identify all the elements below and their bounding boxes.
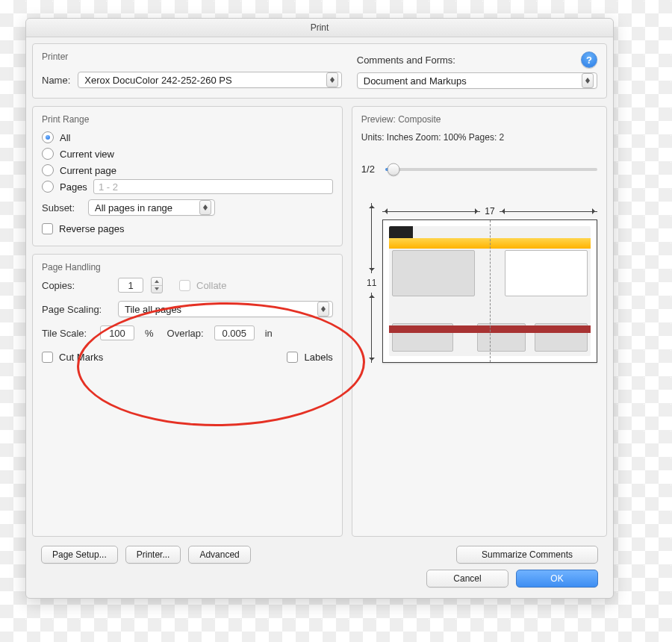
printer-name-value: Xerox DocuColor 242-252-260 PS bbox=[84, 75, 231, 86]
collate-checkbox bbox=[179, 280, 190, 291]
printer-button[interactable]: Printer... bbox=[125, 546, 181, 564]
page-handling-title: Page Handling bbox=[42, 262, 333, 272]
radio-all[interactable]: All bbox=[42, 129, 333, 146]
button-row-bottom: Cancel OK bbox=[32, 564, 607, 598]
svg-marker-6 bbox=[155, 280, 159, 283]
printer-name-label: Name: bbox=[42, 75, 70, 86]
subset-select[interactable]: All pages in range bbox=[88, 199, 215, 216]
stepper-up-icon bbox=[152, 278, 162, 285]
radio-icon bbox=[42, 181, 54, 193]
percent-label: % bbox=[145, 328, 154, 339]
ok-button[interactable]: OK bbox=[516, 570, 598, 588]
preview-group: Preview: Composite Units: Inches Zoom: 1… bbox=[352, 106, 607, 537]
subset-label: Subset: bbox=[42, 202, 82, 214]
window-title: Print bbox=[26, 19, 613, 37]
radio-current-view-label: Current view bbox=[60, 149, 114, 160]
printer-group: Printer Name: Xerox DocuColor 242-252-26… bbox=[32, 43, 607, 99]
radio-icon bbox=[42, 131, 54, 143]
page-handling-group: Page Handling Copies: 1 Collate Page Sca… bbox=[32, 254, 343, 537]
checkbox-icon bbox=[42, 352, 53, 363]
radio-icon bbox=[42, 148, 54, 160]
print-range-title: Print Range bbox=[42, 114, 333, 125]
radio-current-page-label: Current page bbox=[60, 165, 116, 176]
chevrons-icon bbox=[317, 302, 329, 317]
chevrons-icon bbox=[582, 73, 594, 88]
labels-label: Labels bbox=[304, 352, 332, 363]
radio-current-page[interactable]: Current page bbox=[42, 162, 333, 178]
preview-units-line: Units: Inches Zoom: 100% Pages: 2 bbox=[361, 132, 597, 143]
radio-pages-label: Pages bbox=[60, 181, 87, 193]
overlap-input[interactable]: 0.005 bbox=[214, 325, 255, 340]
copies-label: Copies: bbox=[42, 280, 112, 291]
radio-current-view[interactable]: Current view bbox=[42, 146, 333, 162]
radio-icon bbox=[42, 164, 54, 176]
svg-marker-1 bbox=[330, 80, 335, 83]
chevrons-icon bbox=[326, 72, 338, 87]
tile-scale-input[interactable]: 100 bbox=[100, 325, 134, 340]
reverse-pages-checkbox[interactable]: Reverse pages bbox=[42, 220, 333, 237]
checkbox-icon bbox=[42, 223, 53, 234]
labels-checkbox[interactable]: Labels bbox=[287, 352, 332, 363]
print-range-group: Print Range All Current view Current pag… bbox=[32, 106, 343, 246]
stepper-down-icon bbox=[152, 285, 162, 293]
subset-value: All pages in range bbox=[95, 202, 172, 214]
cancel-button[interactable]: Cancel bbox=[426, 570, 508, 588]
radio-pages[interactable]: Pages 1 - 2 bbox=[42, 178, 333, 195]
preview-width-value: 17 bbox=[485, 206, 494, 216]
svg-marker-3 bbox=[585, 81, 590, 84]
help-button[interactable]: ? bbox=[581, 52, 597, 68]
page-scaling-label: Page Scaling: bbox=[42, 304, 112, 315]
cut-marks-label: Cut Marks bbox=[59, 352, 103, 363]
comments-forms-value: Document and Markups bbox=[364, 75, 467, 87]
svg-marker-5 bbox=[203, 208, 208, 211]
svg-marker-7 bbox=[155, 287, 159, 290]
preview-thumbnail bbox=[382, 219, 597, 363]
copies-input[interactable]: 1 bbox=[118, 278, 143, 293]
page-setup-button[interactable]: Page Setup... bbox=[41, 546, 118, 564]
svg-marker-9 bbox=[321, 309, 326, 312]
radio-all-label: All bbox=[60, 132, 70, 143]
button-row-top: Page Setup... Printer... Advanced Summar… bbox=[32, 537, 607, 564]
printer-name-select[interactable]: Xerox DocuColor 242-252-260 PS bbox=[78, 72, 341, 88]
checkbox-icon bbox=[287, 352, 298, 363]
page-scaling-value: Tile all pages bbox=[125, 304, 181, 315]
print-dialog: Print Printer Name: Xerox DocuColor 242-… bbox=[25, 18, 614, 599]
summarize-comments-button[interactable]: Summarize Comments bbox=[456, 546, 598, 564]
chevrons-icon bbox=[199, 200, 211, 215]
pages-input[interactable]: 1 - 2 bbox=[93, 179, 333, 194]
preview-height-value: 11 bbox=[367, 278, 376, 288]
slider-thumb-icon bbox=[388, 163, 400, 175]
comments-forms-label: Comments and Forms: bbox=[357, 54, 455, 66]
reverse-pages-label: Reverse pages bbox=[59, 223, 124, 234]
collate-label: Collate bbox=[196, 280, 226, 291]
page-scaling-select[interactable]: Tile all pages bbox=[118, 301, 333, 317]
help-icon: ? bbox=[586, 54, 592, 66]
overlap-label: Overlap: bbox=[167, 328, 204, 339]
comments-forms-select[interactable]: Document and Markups bbox=[357, 72, 597, 89]
preview-page-slider[interactable] bbox=[385, 168, 597, 171]
cut-marks-checkbox[interactable]: Cut Marks bbox=[42, 352, 103, 363]
printer-group-title: Printer bbox=[42, 52, 342, 62]
overlap-unit: in bbox=[265, 328, 273, 339]
preview-page-indicator: 1/2 bbox=[361, 163, 375, 175]
preview-title: Preview: Composite bbox=[361, 114, 597, 125]
copies-stepper[interactable] bbox=[151, 277, 163, 293]
tile-scale-label: Tile Scale: bbox=[42, 328, 94, 339]
advanced-button[interactable]: Advanced bbox=[188, 546, 250, 564]
